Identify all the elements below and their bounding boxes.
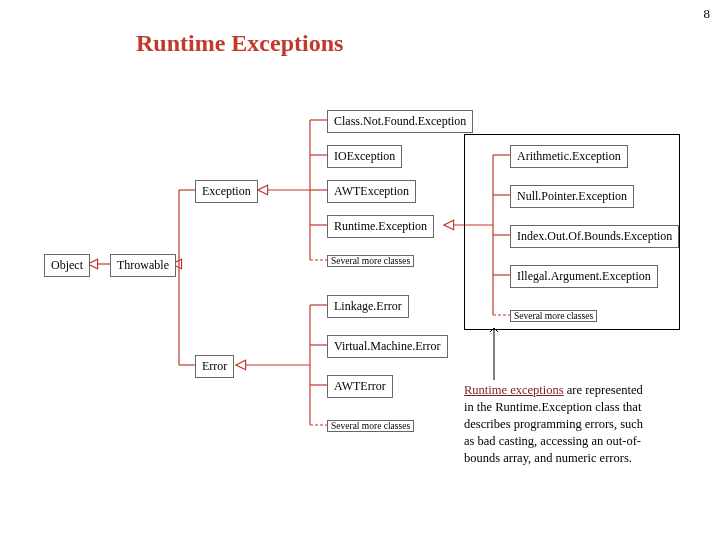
- description-text: Runtime exceptions are represented in th…: [464, 382, 654, 466]
- node-runtimeexception: Runtime.Exception: [327, 215, 434, 238]
- node-object: Object: [44, 254, 90, 277]
- caption-exception-more: Several more classes: [327, 255, 414, 267]
- description-lead: Runtime exceptions: [464, 383, 564, 397]
- node-awterror: AWTError: [327, 375, 393, 398]
- highlight-runtime-group: [464, 134, 680, 330]
- node-ioexception: IOException: [327, 145, 402, 168]
- node-classnotfound: Class.Not.Found.Exception: [327, 110, 473, 133]
- caption-error-more: Several more classes: [327, 420, 414, 432]
- node-awtexception: AWTException: [327, 180, 416, 203]
- node-error: Error: [195, 355, 234, 378]
- node-throwable: Throwable: [110, 254, 176, 277]
- node-virtualmachineerror: Virtual.Machine.Error: [327, 335, 448, 358]
- node-linkageerror: Linkage.Error: [327, 295, 409, 318]
- node-exception: Exception: [195, 180, 258, 203]
